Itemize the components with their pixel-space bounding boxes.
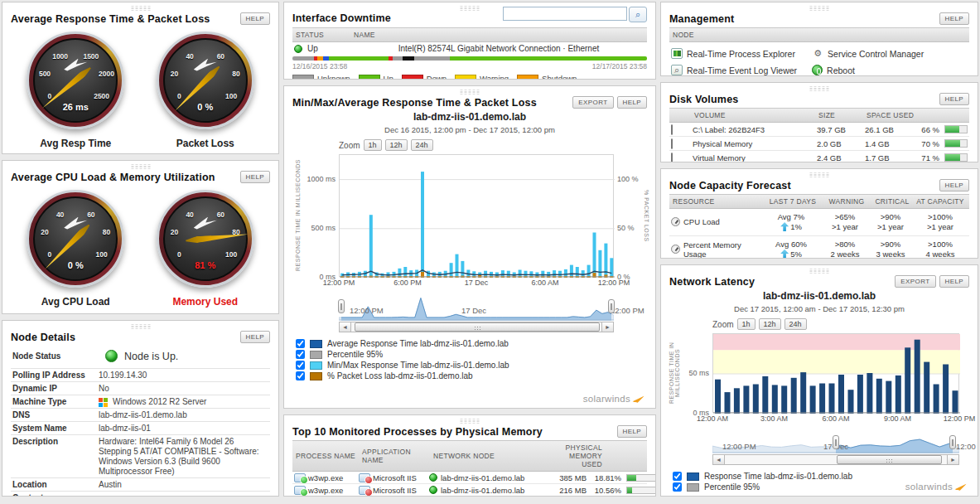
- legend-label: % Packet Loss lab-dmz-iis-01.demo.lab: [327, 371, 473, 380]
- zoom-24h-button[interactable]: 24h: [784, 318, 807, 330]
- volume-name[interactable]: Physical Memory: [693, 139, 817, 148]
- help-button[interactable]: HELP: [939, 179, 970, 191]
- help-button[interactable]: HELP: [617, 425, 648, 438]
- legend-checkbox[interactable]: [296, 350, 305, 359]
- process-table-header: PROCESS NAME APPLICATION NAME NETWORK NO…: [292, 440, 647, 472]
- export-button[interactable]: EXPORT: [895, 275, 935, 288]
- trend-value: 5%: [790, 250, 802, 259]
- col-size: SIZE: [818, 111, 867, 119]
- drag-handle[interactable]: [459, 90, 480, 94]
- legend-checkbox[interactable]: [673, 482, 682, 492]
- scroll-thumb[interactable]: [355, 322, 601, 332]
- interface-row: Up Intel(R) 82574L Gigabit Network Conne…: [292, 42, 647, 56]
- legend-swatch: [687, 472, 699, 481]
- gauge-tick: 60: [217, 211, 224, 219]
- node-up-icon: [105, 350, 118, 362]
- help-button[interactable]: HELP: [939, 275, 970, 288]
- downtime-legend: UnknownUpDownWarningShutdownUnmanagedUnp…: [292, 74, 647, 80]
- gauge-value: 26 ms: [35, 102, 116, 112]
- zoom-12h-button[interactable]: 12h: [759, 318, 781, 330]
- navigator-handle-left[interactable]: [338, 299, 345, 313]
- eta: >1 year: [913, 222, 968, 232]
- process-icon: [294, 486, 306, 495]
- disk-icon-cell: [671, 139, 693, 148]
- drag-handle[interactable]: [459, 6, 480, 11]
- process-name[interactable]: w3wp.exe: [308, 486, 359, 495]
- memory-bar-fill: [627, 475, 636, 481]
- network-node[interactable]: lab-dmz-iis-01.demo.lab: [441, 473, 553, 482]
- navigator-label: 12:00 PM: [722, 442, 756, 451]
- col-status: STATUS: [296, 31, 354, 39]
- x-axis-tick: 12:00 PM: [323, 279, 355, 287]
- zoom-24h-button[interactable]: 24h: [411, 139, 433, 151]
- legend-swatch: [310, 361, 322, 370]
- scroll-thumb[interactable]: [837, 455, 942, 464]
- drag-handle[interactable]: [130, 164, 152, 169]
- legend-checkbox[interactable]: [296, 371, 305, 380]
- drag-handle[interactable]: [130, 6, 152, 11]
- navigator-scrollbar: ◄►: [712, 454, 959, 465]
- eta: 3 weeks: [868, 250, 913, 259]
- process-name[interactable]: w3wp.exe: [308, 473, 359, 482]
- drag-handle[interactable]: [809, 172, 830, 177]
- scroll-right-arrow[interactable]: ►: [601, 322, 613, 332]
- legend-label: Percentile 95%: [327, 350, 383, 359]
- help-button[interactable]: HELP: [939, 93, 970, 105]
- drag-handle[interactable]: [459, 419, 480, 424]
- export-button[interactable]: EXPORT: [572, 96, 613, 109]
- application-name[interactable]: Microsoft IIS: [373, 486, 429, 495]
- navigator-handle-left[interactable]: [833, 435, 839, 449]
- drag-handle[interactable]: [809, 269, 830, 274]
- navigator-handle-right[interactable]: [608, 299, 615, 313]
- x-axis-tick: 6:00 PM: [393, 279, 422, 287]
- gauge-tick: 0: [48, 92, 52, 100]
- help-button[interactable]: HELP: [939, 12, 970, 25]
- navigator-handle-right[interactable]: [949, 435, 956, 449]
- legend-checkbox[interactable]: [296, 339, 305, 348]
- management-link[interactable]: Real-Time Process Explorer: [671, 48, 797, 59]
- capacity-resource[interactable]: CPU Load: [671, 217, 760, 226]
- drag-handle[interactable]: [809, 86, 830, 91]
- zoom-1h-button[interactable]: 1h: [737, 318, 756, 330]
- last-7-days-cell: Avg 7%1%: [760, 212, 822, 232]
- col-at-capacity: AT CAPACITY: [915, 197, 966, 206]
- help-button[interactable]: HELP: [240, 331, 271, 343]
- volume-name[interactable]: Virtual Memory: [693, 153, 817, 162]
- node-details-row: DNSlab-dmz-iis-01.demo.lab: [11, 408, 270, 421]
- volume-name[interactable]: C:\ Label: 262B24F3: [693, 125, 817, 134]
- legend-row: Min/Max Response Time lab-dmz-iis-01.dem…: [296, 361, 647, 370]
- legend-item: Unknown: [292, 74, 350, 80]
- scroll-right-arrow[interactable]: ►: [947, 455, 958, 464]
- node-status-value: Node is Up.: [124, 351, 178, 362]
- downtime-timeline: [292, 56, 647, 61]
- interface-name[interactable]: Intel(R) 82574L Gigabit Network Connecti…: [352, 44, 645, 53]
- panel-title: Interface Downtime: [292, 12, 391, 24]
- legend-checkbox[interactable]: [296, 361, 305, 370]
- node-detail-value: No: [99, 384, 109, 394]
- legend-checkbox[interactable]: [673, 472, 682, 481]
- capacity-table-header: RESOURCE LAST 7 DAYS WARNING CRITICAL AT…: [669, 194, 969, 209]
- help-button[interactable]: HELP: [240, 12, 271, 25]
- gauge-label: Avg CPU Load: [27, 296, 124, 308]
- dashboard: Average Response Time & Packet Loss HELP…: [0, 0, 980, 504]
- drag-handle[interactable]: [809, 6, 830, 11]
- zoom-1h-button[interactable]: 1h: [364, 139, 382, 151]
- zoom-12h-button[interactable]: 12h: [385, 139, 408, 151]
- network-node[interactable]: lab-dmz-iis-01.demo.lab: [441, 486, 553, 495]
- gauge-icon: [671, 217, 680, 226]
- drag-handle[interactable]: [130, 324, 152, 329]
- application-name[interactable]: Microsoft IIS: [373, 473, 429, 482]
- search-icon[interactable]: ⌕: [629, 7, 647, 22]
- gear-icon: ⚙: [812, 48, 823, 59]
- help-button[interactable]: HELP: [617, 96, 648, 109]
- management-link[interactable]: Reboot: [812, 65, 924, 75]
- help-button[interactable]: HELP: [240, 171, 271, 183]
- management-link[interactable]: ⌕Real-Time Event Log Viewer: [671, 65, 797, 75]
- search-input[interactable]: [503, 7, 627, 21]
- management-link[interactable]: ⚙Service Control Manager: [812, 48, 924, 59]
- capacity-resource[interactable]: Percent Memory Usage: [671, 240, 760, 259]
- scroll-left-arrow[interactable]: ◄: [713, 455, 725, 464]
- status-up-icon: [294, 45, 302, 53]
- node-detail-text: lab-dmz-iis-01.demo.lab: [99, 410, 187, 420]
- scroll-left-arrow[interactable]: ◄: [340, 322, 351, 332]
